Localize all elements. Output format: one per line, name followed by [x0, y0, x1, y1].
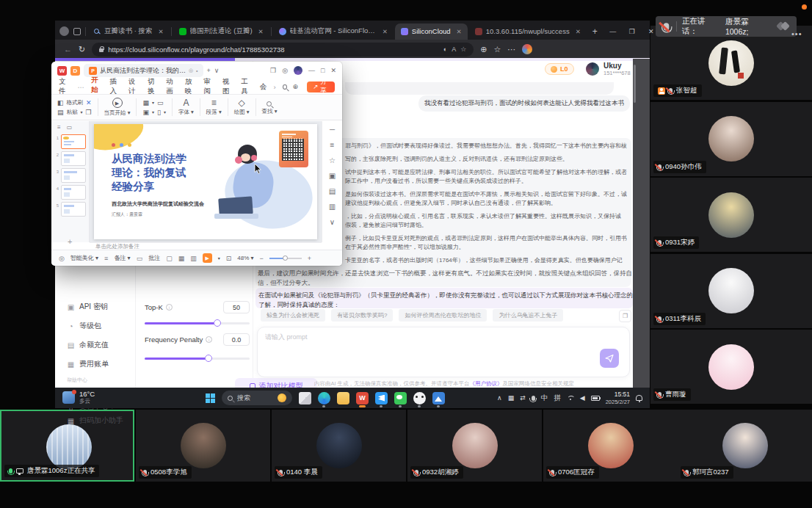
account-avatar[interactable]	[586, 62, 599, 76]
tab-close-icon[interactable]: ✕	[576, 28, 581, 35]
taskbar-search[interactable]	[222, 391, 292, 405]
wps-app-icon[interactable]: W	[356, 392, 369, 404]
fit-window-icon[interactable]: ⊡	[226, 255, 232, 262]
participant-tile[interactable]: 0706匡冠存	[543, 410, 678, 482]
paste-button[interactable]: ▤粘贴▾❐	[57, 109, 92, 116]
draw-group-button[interactable]: ◇绘图 ▾	[234, 98, 250, 116]
participant-tile[interactable]: 张智超	[650, 26, 812, 100]
topk-slider[interactable]	[145, 322, 250, 324]
comments-toggle[interactable]: 批注	[148, 254, 160, 262]
suggested-prompt-chip[interactable]: 鲸鱼为什么会被淹死	[261, 309, 325, 322]
share-button[interactable]: ↗分享	[307, 81, 335, 92]
participant-tile[interactable]: 0140 李晨	[272, 410, 406, 482]
sidebar-item[interactable]: ◔等级包	[67, 321, 101, 331]
slide-thumbnail[interactable]	[61, 168, 86, 183]
minimize-button[interactable]: —	[603, 23, 623, 40]
vscode-app-icon[interactable]	[375, 392, 388, 404]
topk-value[interactable]: 50	[223, 301, 250, 313]
refresh-button[interactable]: ↻	[79, 45, 85, 54]
font-group-button[interactable]: A字体 ▾	[178, 98, 194, 116]
frequency-penalty-value[interactable]: 0.0	[223, 333, 250, 346]
ime-layout[interactable]: 拼	[554, 393, 561, 403]
menu-overflow-icon[interactable]: ›	[273, 83, 275, 91]
scrollbar-thumb[interactable]	[634, 65, 636, 103]
slide-thumbnail-row[interactable]: 3	[51, 166, 89, 183]
prompt-input[interactable]	[265, 333, 581, 371]
browser-tab[interactable]: 硅基流动官网 - SiliconFlow统…✕	[273, 23, 394, 40]
outline-view-icon[interactable]: ≡	[57, 124, 61, 131]
zoom-out-button[interactable]: −	[260, 255, 264, 262]
new-slide-icon[interactable]: ▦	[142, 99, 149, 106]
photos-app-icon[interactable]	[432, 392, 445, 404]
browser-tab[interactable]: 德国刑法通论 (豆瓣)✕	[173, 23, 269, 40]
account-info[interactable]: Ukuy 151****678	[586, 62, 631, 76]
reset-icon[interactable]: ▯	[157, 109, 161, 116]
wps-logo-icon[interactable]: W	[57, 66, 67, 76]
profile-avatar[interactable]	[522, 44, 532, 54]
slide[interactable]: 从民商法到法学 理论：我的复试 经验分享 西北政法大学民商法学院复试经验交流会 …	[94, 124, 317, 239]
section-icon[interactable]: ▣	[142, 109, 149, 116]
docer-icon[interactable]: D	[70, 66, 80, 76]
address-bar[interactable]: https://cloud.siliconflow.cn/playground/…	[92, 43, 474, 57]
suggested-prompt-chip[interactable]: 为什么乌龟追不上兔子	[493, 309, 563, 322]
slide-thumbnail[interactable]	[61, 134, 86, 149]
browser-tab[interactable]: 豆瓣读书 · 搜索✕	[87, 23, 170, 40]
tab-close-icon[interactable]: ✕	[457, 28, 462, 35]
suggested-prompt-chip[interactable]: 有诺贝尔数学奖吗?	[331, 309, 393, 322]
menu-more-icon[interactable]: ⋯	[78, 83, 85, 91]
edit-icon[interactable]: ▥	[329, 203, 336, 211]
layout-icon[interactable]: ❐	[270, 67, 276, 74]
user-agreement-link[interactable]: 《用户协议》	[470, 380, 503, 387]
zoom-slider[interactable]	[269, 258, 302, 259]
notification-bell-icon[interactable]	[636, 395, 642, 401]
task-view-button[interactable]	[299, 392, 311, 404]
add-slide-button[interactable]: +	[68, 237, 72, 246]
browser-profile-icon[interactable]	[59, 26, 69, 36]
slide-thumbnail-row[interactable]: 2	[51, 149, 89, 166]
browser-tab[interactable]: SiliconCloud✕	[395, 23, 468, 40]
volume-icon[interactable]: ◀	[580, 394, 585, 402]
favorite-icon[interactable]: ☆	[329, 156, 336, 164]
wps-user-avatar[interactable]	[294, 66, 302, 75]
battery-icon[interactable]	[591, 396, 600, 401]
tab-close-icon[interactable]: ✕	[258, 28, 264, 35]
slide-thumbnail-row[interactable]: 5	[51, 200, 89, 217]
tab-list-icon[interactable]: ∨	[214, 67, 220, 74]
suggested-prompt-chip[interactable]: 如何评价周杰伦在歌坛的地位	[399, 309, 487, 322]
properties-icon[interactable]: ≡	[330, 141, 335, 149]
participant-tile[interactable]: 0508李学旭	[136, 410, 270, 482]
hidden-icons-chevron[interactable]: ∧	[497, 394, 502, 402]
zoom-level[interactable]: 48% ▾	[237, 255, 253, 261]
sync-arrows-icon[interactable]: ⇄	[520, 394, 526, 402]
notes-toggle[interactable]: 备注 ▾	[114, 254, 130, 262]
beautify-icon[interactable]: ◎	[59, 255, 65, 262]
reading-view-icon[interactable]: ▥	[190, 255, 197, 262]
read-aloud-icon[interactable]: A	[452, 46, 456, 53]
maximize-button[interactable]: □	[321, 67, 325, 74]
participant-tile[interactable]: 0311李科辰	[650, 254, 812, 328]
favorites-bar-icon[interactable]: ☆	[493, 45, 501, 54]
level-badge[interactable]: L0	[545, 63, 574, 75]
weather-widget[interactable]: 16°C 多云	[62, 391, 95, 405]
sidebar-item[interactable]: ▤余额充值	[67, 340, 109, 350]
edge-app-icon[interactable]	[318, 392, 330, 404]
minimize-button[interactable]: —	[308, 67, 315, 74]
close-button[interactable]: ✕	[330, 67, 336, 74]
clock[interactable]: 15:51 2025/2/27	[606, 391, 630, 405]
layout-icon[interactable]: ▭	[157, 99, 164, 106]
format-painter-button[interactable]: ◧格式刷✕	[57, 99, 92, 106]
frequency-penalty-slider[interactable]	[145, 358, 250, 360]
participant-tile[interactable]: 郭珂言0237	[678, 410, 812, 482]
collections-icon[interactable]: ⊕	[480, 45, 487, 54]
favorite-icon[interactable]: ☆	[460, 46, 466, 53]
beautify-label[interactable]: 智能美化 ▾	[70, 254, 98, 262]
tab-close-icon[interactable]: ✕	[383, 28, 388, 35]
slide-thumbnail-row[interactable]: 1	[51, 132, 89, 149]
workspaces-icon[interactable]	[73, 28, 81, 35]
sidebar-item[interactable]: ▦费用账单	[67, 359, 109, 369]
find-button[interactable]: 查找 ▾	[262, 100, 278, 115]
copy-icon[interactable]: ❐	[619, 310, 631, 322]
more-button[interactable]: •••	[791, 29, 802, 38]
skin-icon[interactable]: ◎	[282, 67, 288, 74]
start-button[interactable]	[206, 393, 215, 403]
